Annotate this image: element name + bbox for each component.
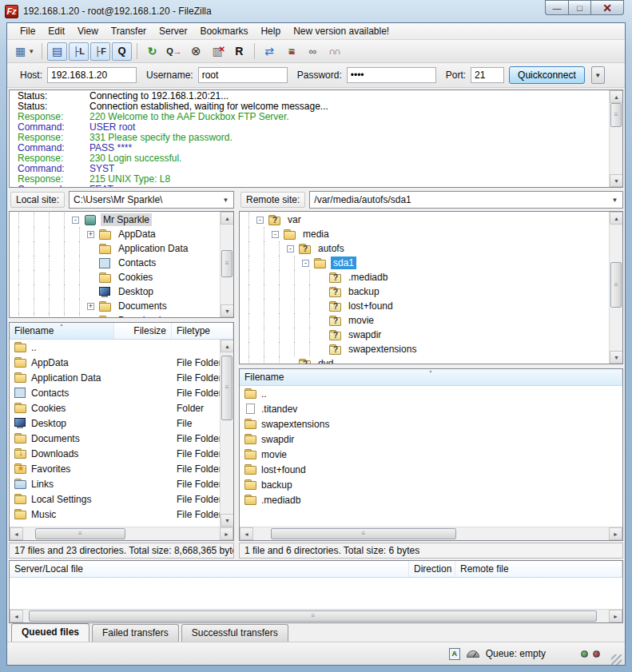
- scroll-left-button[interactable]: ◄: [10, 527, 23, 540]
- toggle-queue-button[interactable]: Q: [112, 42, 132, 61]
- local-tree-item-desktop[interactable]: Desktop: [11, 284, 219, 299]
- remote-site-combo[interactable]: /var/media/autofs/sda1 ▼: [309, 191, 623, 209]
- queue-column-server-local-file[interactable]: Server/Local file: [10, 561, 409, 577]
- scroll-left-button[interactable]: ◄: [10, 610, 23, 622]
- remote-file-row-swapdir[interactable]: swapdir: [240, 431, 622, 447]
- log-vscrollbar[interactable]: ▲ ▼: [609, 90, 622, 187]
- refresh-button[interactable]: ↻: [142, 42, 162, 61]
- quickconnect-button[interactable]: Quickconnect: [509, 66, 585, 84]
- local-file-row-favorites[interactable]: ★FavoritesFile Folder: [10, 461, 220, 476]
- remote-tree-item-autofs[interactable]: -?autofs: [241, 241, 608, 256]
- remote-file-row-mediadb[interactable]: .mediadb: [240, 492, 622, 507]
- menu-edit[interactable]: Edit: [42, 24, 71, 38]
- menu-view[interactable]: View: [71, 24, 105, 38]
- remote-tree-item-media[interactable]: -media: [241, 227, 608, 241]
- site-manager-dropdown-arrow[interactable]: ▼: [28, 48, 34, 55]
- scroll-thumb[interactable]: [29, 610, 597, 622]
- reconnect-button[interactable]: R: [229, 42, 249, 61]
- site-manager-button[interactable]: ▦▼: [13, 42, 37, 61]
- local-list-hscrollbar[interactable]: ◄ ►: [10, 527, 233, 540]
- remote-file-row-[interactable]: ..: [240, 386, 622, 401]
- menu-file[interactable]: File: [14, 24, 42, 38]
- local-file-row-links[interactable]: LinksFile Folder: [10, 476, 220, 491]
- scroll-track[interactable]: [23, 527, 220, 540]
- scroll-up-button[interactable]: ▲: [610, 90, 623, 103]
- remote-tree-item-sda1[interactable]: -sda1: [241, 256, 608, 270]
- remote-tree-item-lost-found[interactable]: ?lost+found: [241, 299, 608, 313]
- local-site-combo[interactable]: C:\Users\Mr Sparkle\ ▼: [69, 191, 234, 209]
- expander-icon[interactable]: -: [272, 231, 279, 238]
- remote-tree-vscrollbar[interactable]: ▲ ▼: [609, 212, 622, 364]
- port-input[interactable]: [471, 67, 504, 83]
- scroll-thumb[interactable]: [610, 103, 622, 127]
- remote-tree-item-dvd[interactable]: ?dvd: [241, 356, 608, 364]
- toggle-message-log-button[interactable]: ▤: [47, 42, 67, 61]
- scroll-right-button[interactable]: ►: [220, 527, 233, 540]
- toggle-local-tree-button[interactable]: ├L: [69, 42, 89, 61]
- expander-icon[interactable]: -: [287, 245, 294, 252]
- queue-column-remote-file[interactable]: Remote file: [455, 561, 622, 577]
- tab-successful-transfers[interactable]: Successful transfers: [181, 624, 288, 642]
- scroll-thumb[interactable]: [610, 262, 622, 308]
- resize-grip[interactable]: [611, 654, 622, 665]
- local-file-row-appdata[interactable]: AppDataFile Folder: [10, 355, 220, 370]
- local-column-filetype[interactable]: Filetype: [172, 323, 233, 339]
- local-tree-item-downloads[interactable]: +↓Downloads: [11, 313, 219, 317]
- scroll-thumb[interactable]: [221, 356, 233, 420]
- remote-list-hscrollbar[interactable]: ◄ ►: [240, 527, 622, 540]
- local-file-row-documents[interactable]: DocumentsFile Folder: [10, 431, 220, 446]
- scroll-right-button[interactable]: ►: [609, 527, 622, 540]
- local-tree-item-cookies[interactable]: Cookies: [11, 270, 219, 284]
- scroll-thumb[interactable]: [35, 528, 125, 539]
- username-input[interactable]: [198, 67, 288, 83]
- menu-server[interactable]: Server: [153, 24, 193, 38]
- local-list-vscrollbar[interactable]: ▲ ▼: [220, 340, 233, 527]
- scroll-up-button[interactable]: ▲: [610, 212, 623, 225]
- local-tree-item-appdata[interactable]: +AppData: [11, 227, 219, 241]
- host-input[interactable]: [47, 67, 137, 83]
- remote-file-row-backup[interactable]: backup: [240, 477, 622, 492]
- scroll-track[interactable]: [253, 527, 609, 540]
- tab-failed-transfers[interactable]: Failed transfers: [92, 624, 179, 642]
- scroll-down-button[interactable]: ▼: [221, 304, 234, 317]
- menu-transfer[interactable]: Transfer: [105, 24, 153, 38]
- expander-icon[interactable]: -: [256, 217, 264, 224]
- local-file-row-[interactable]: ..: [10, 340, 220, 355]
- scroll-up-button[interactable]: ▲: [221, 212, 234, 225]
- scroll-track[interactable]: [221, 225, 233, 304]
- cancel-button[interactable]: ⊗: [186, 42, 206, 61]
- toggle-remote-tree-button[interactable]: ├F: [90, 42, 110, 61]
- close-button[interactable]: ✕: [591, 0, 624, 15]
- remote-tree-item-movie[interactable]: ?movie: [241, 313, 608, 328]
- process-queue-button[interactable]: Q→: [164, 42, 185, 61]
- chevron-down-icon[interactable]: ▼: [609, 193, 621, 206]
- password-input[interactable]: [347, 67, 436, 83]
- menu-help[interactable]: Help: [254, 24, 287, 38]
- remote-tree-item-var[interactable]: -?var: [241, 213, 608, 227]
- remote-file-row-movie[interactable]: movie: [240, 447, 622, 462]
- scroll-down-button[interactable]: ▼: [221, 514, 233, 527]
- remote-file-row-swapextensions[interactable]: swapextensions: [240, 416, 622, 431]
- local-file-row-local-settings[interactable]: Local SettingsFile Folder: [10, 491, 220, 507]
- scroll-right-button[interactable]: ►: [609, 610, 622, 622]
- minimize-button[interactable]: —: [545, 0, 568, 15]
- synchronized-browsing-button[interactable]: ∞: [303, 42, 323, 61]
- quickconnect-dropdown-button[interactable]: ▼: [591, 66, 605, 84]
- remote-tree-item-mediadb[interactable]: ?.mediadb: [241, 270, 608, 284]
- local-tree-item-documents[interactable]: +Documents: [11, 299, 219, 313]
- expander-icon[interactable]: +: [87, 231, 94, 238]
- expander-icon[interactable]: +: [87, 303, 94, 310]
- local-file-row-cookies[interactable]: CookiesFolder: [10, 400, 220, 416]
- scroll-thumb[interactable]: [271, 528, 455, 539]
- remote-tree-item-swapdir[interactable]: ?swapdir: [241, 328, 608, 342]
- remote-file-row-lost-found[interactable]: lost+found: [240, 462, 622, 477]
- tab-queued-files[interactable]: Queued files: [11, 623, 89, 642]
- disconnect-button[interactable]: ▥✕: [208, 42, 228, 61]
- local-file-row-application-data[interactable]: Application DataFile Folder: [10, 370, 220, 385]
- comparison-mode-button[interactable]: ≡: [281, 42, 301, 61]
- remote-tree-item-swapextensions[interactable]: ?swapextensions: [241, 342, 608, 356]
- chevron-down-icon[interactable]: ▼: [220, 193, 232, 206]
- transfer-type-icon[interactable]: A: [449, 648, 460, 660]
- local-tree-item-mr-sparkle[interactable]: -Mr Sparkle: [11, 213, 219, 227]
- scroll-track[interactable]: [610, 225, 622, 351]
